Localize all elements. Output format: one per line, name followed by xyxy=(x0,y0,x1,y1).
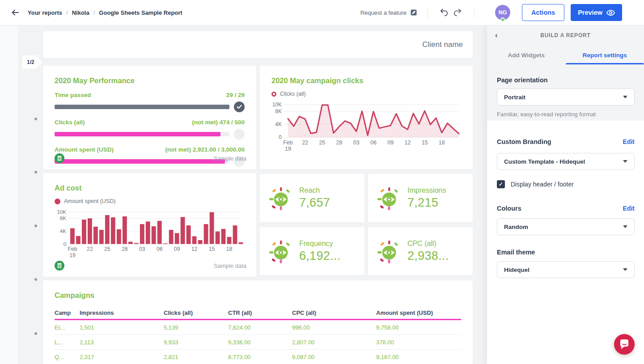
goal-value: 29 / 29 xyxy=(226,92,245,98)
breadcrumb-separator: / xyxy=(93,9,95,16)
panel-header: ‹ BUILD A REPORT xyxy=(487,25,644,38)
svg-text:19: 19 xyxy=(69,252,76,258)
svg-text:Feb: Feb xyxy=(68,246,77,252)
custom-branding-edit-link[interactable]: Edit xyxy=(623,138,635,145)
page-indicator[interactable]: 1/2 xyxy=(22,55,42,69)
custom-template-select[interactable]: Custom Template - Hidequel xyxy=(497,153,635,170)
stat-value: 6,192... xyxy=(299,249,340,263)
stat-value: 2,938... xyxy=(407,249,449,263)
colours-select[interactable]: Random xyxy=(497,218,635,235)
back-arrow-icon xyxy=(11,8,20,17)
breadcrumb-your-reports[interactable]: Your reports xyxy=(28,9,62,16)
build-report-panel: ‹ BUILD A REPORT Add Widgets Report sett… xyxy=(487,25,644,364)
preview-label: Preview xyxy=(578,9,602,16)
column-header: CPC (all) xyxy=(292,309,376,316)
goal-time-passed: Time passed 29 / 29 xyxy=(55,92,245,112)
stat-card-cpc[interactable]: CPC (all) 2,938... xyxy=(368,227,473,275)
guide-dot xyxy=(34,332,37,335)
legend-label: Clicks (all) xyxy=(280,91,306,97)
campaigns-table-widget[interactable]: Campaigns Camp Impressions Clicks (all) … xyxy=(43,280,473,364)
redo-button[interactable] xyxy=(451,7,464,18)
table-cell: 1,501 xyxy=(80,324,164,331)
chart-legend: Clicks (all) xyxy=(271,91,461,97)
undo-icon xyxy=(439,8,449,17)
email-theme-select[interactable]: Hidequel xyxy=(497,261,635,278)
campaign-clicks-widget[interactable]: 2020 May campaign clicks Clicks (all) 04… xyxy=(260,66,473,169)
table-cell: 378.00 xyxy=(376,339,461,346)
breadcrumb-client[interactable]: Nikola xyxy=(72,9,89,16)
table-cell: 9,167.00 xyxy=(376,354,461,360)
svg-text:0: 0 xyxy=(279,134,282,140)
progress-bar xyxy=(55,105,229,109)
goal-value: (not met) 474 / 500 xyxy=(192,119,245,126)
check-icon xyxy=(237,105,242,109)
stat-card-frequency[interactable]: Frequency 6,192... xyxy=(260,227,364,275)
redo-icon xyxy=(453,8,462,17)
chat-launcher-button[interactable] xyxy=(614,334,635,355)
svg-text:0: 0 xyxy=(64,241,67,247)
page-orientation-value: Portrait xyxy=(504,94,525,101)
column-header: Amount spent (USD) xyxy=(376,309,461,316)
stat-card-impressions[interactable]: Impressions 7,215 xyxy=(368,174,473,222)
table-cell: 9,336.00 xyxy=(228,339,292,346)
table-cell: 9,758.00 xyxy=(376,324,461,331)
goal-label: Amount spent (USD) xyxy=(55,146,114,153)
guide-dot xyxy=(34,171,37,174)
svg-text:4K: 4K xyxy=(60,228,67,234)
svg-text:10K: 10K xyxy=(57,209,66,215)
chevron-down-icon xyxy=(623,96,627,98)
colours-edit-link[interactable]: Edit xyxy=(623,205,635,212)
collapse-panel-chevron-icon[interactable]: ‹ xyxy=(495,31,498,40)
table-row: L... 2,113 9,933 9,336.00 2,807.00 378.0… xyxy=(55,335,461,350)
svg-text:06: 06 xyxy=(157,246,163,252)
chevron-down-icon xyxy=(623,225,627,228)
svg-text:8K: 8K xyxy=(275,108,282,114)
guide-dot xyxy=(34,224,37,227)
request-feature-link[interactable]: Request a feature xyxy=(360,9,417,16)
svg-text:25: 25 xyxy=(104,246,110,252)
report-header-widget[interactable]: Client name xyxy=(43,31,473,58)
client-name-label: Client name xyxy=(422,40,463,49)
feedback-icon xyxy=(410,9,417,16)
legend-label: Amount spent (USD) xyxy=(64,198,115,204)
svg-text:15: 15 xyxy=(422,140,428,146)
table-cell: 9,933 xyxy=(164,339,228,346)
widget-title: Ad cost xyxy=(55,184,245,192)
avatar-initials: NG xyxy=(499,9,507,16)
column-header: Impressions xyxy=(80,309,164,316)
actions-button[interactable]: Actions xyxy=(522,4,564,21)
preview-button[interactable]: Preview xyxy=(571,4,622,21)
svg-text:03: 03 xyxy=(353,140,360,146)
email-theme-value: Hidequel xyxy=(504,267,530,273)
performance-widget[interactable]: 2020 May Performance Time passed 29 / 29 xyxy=(43,66,256,169)
svg-text:22: 22 xyxy=(302,140,308,146)
svg-text:28: 28 xyxy=(122,246,128,252)
stat-label: Frequency xyxy=(299,240,340,248)
tab-add-widgets[interactable]: Add Widgets xyxy=(487,46,566,64)
table-header-row: Camp Impressions Clicks (all) CTR (all) … xyxy=(55,307,461,320)
stat-label: Reach xyxy=(299,186,330,195)
report-canvas: 1/2 Client name 2020 May Performance Tim… xyxy=(0,25,487,364)
progress-bar xyxy=(55,132,229,136)
table-cell: Q... xyxy=(55,354,80,360)
avatar[interactable]: NG xyxy=(495,5,510,20)
back-button[interactable] xyxy=(9,6,21,19)
undo-button[interactable] xyxy=(437,7,451,18)
svg-text:09: 09 xyxy=(174,246,180,252)
tab-report-settings[interactable]: Report settings xyxy=(566,46,644,64)
colours-label: Colours xyxy=(497,205,521,212)
toolbar-divider xyxy=(474,7,475,18)
stat-card-reach[interactable]: Reach 7,657 xyxy=(260,174,364,222)
svg-text:Feb: Feb xyxy=(283,140,293,146)
svg-text:18: 18 xyxy=(439,140,445,146)
ad-cost-widget[interactable]: Ad cost Amount spent (USD) 04K8K10KFeb19… xyxy=(43,173,256,277)
display-header-footer-checkbox[interactable]: ✓ Display header / footer xyxy=(497,180,635,188)
table-cell: 996.00 xyxy=(292,324,376,331)
svg-text:10K: 10K xyxy=(272,102,282,108)
table-cell: 9,087.00 xyxy=(292,354,376,360)
goal-clicks: Clicks (all) (not met) 474 / 500 xyxy=(55,119,245,140)
table-cell: Et... xyxy=(55,324,80,331)
page-orientation-select[interactable]: Portrait xyxy=(497,89,635,106)
chat-bubble-icon xyxy=(614,334,635,355)
eye-confetti-icon xyxy=(268,185,294,211)
